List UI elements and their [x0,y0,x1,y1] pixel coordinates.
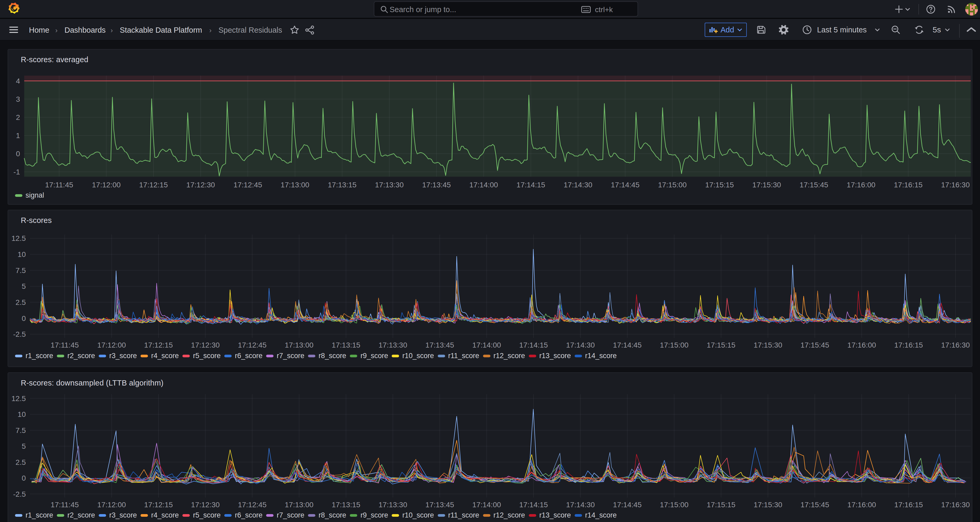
svg-text:17:13:45: 17:13:45 [422,181,451,189]
svg-text:17:16:15: 17:16:15 [894,341,923,349]
svg-text:17:13:15: 17:13:15 [332,341,360,349]
svg-text:17:15:15: 17:15:15 [707,341,735,349]
svg-text:10: 10 [18,250,26,259]
svg-text:0: 0 [22,314,26,322]
svg-text:0: 0 [22,474,26,482]
svg-text:5: 5 [22,282,26,291]
svg-text:-2.5: -2.5 [13,330,26,338]
svg-text:17:15:30: 17:15:30 [754,341,782,349]
svg-text:17:16:15: 17:16:15 [894,501,923,509]
svg-text:12.5: 12.5 [11,234,26,243]
svg-text:17:14:00: 17:14:00 [472,341,501,349]
svg-text:17:12:15: 17:12:15 [139,181,168,189]
svg-text:7.5: 7.5 [16,267,26,275]
svg-text:17:13:30: 17:13:30 [375,181,404,189]
svg-text:17:15:45: 17:15:45 [800,501,829,509]
svg-text:17:13:30: 17:13:30 [379,341,407,349]
svg-text:17:12:00: 17:12:00 [92,181,121,189]
svg-text:17:16:30: 17:16:30 [941,181,970,189]
svg-text:17:16:30: 17:16:30 [941,501,970,509]
svg-text:17:12:00: 17:12:00 [97,341,126,349]
svg-text:17:15:30: 17:15:30 [754,501,782,509]
svg-text:12.5: 12.5 [11,394,26,402]
svg-text:17:14:30: 17:14:30 [563,181,592,189]
svg-text:10: 10 [18,410,26,418]
svg-text:5: 5 [22,442,26,450]
svg-text:17:12:15: 17:12:15 [144,341,173,349]
svg-text:17:12:45: 17:12:45 [234,181,262,189]
svg-text:17:13:45: 17:13:45 [425,341,454,349]
svg-text:17:14:15: 17:14:15 [517,181,545,189]
svg-text:17:15:30: 17:15:30 [752,181,781,189]
svg-text:17:16:00: 17:16:00 [847,501,876,509]
svg-text:17:13:45: 17:13:45 [425,501,454,509]
svg-text:17:13:00: 17:13:00 [285,501,313,509]
svg-text:4: 4 [16,77,20,85]
svg-text:17:11:45: 17:11:45 [51,341,79,349]
svg-text:17:11:45: 17:11:45 [51,501,79,509]
svg-text:17:14:00: 17:14:00 [469,181,498,189]
svg-text:17:14:15: 17:14:15 [519,501,548,509]
svg-text:17:14:45: 17:14:45 [613,501,642,509]
svg-text:2.5: 2.5 [16,298,26,306]
svg-text:17:13:00: 17:13:00 [285,341,313,349]
svg-text:0: 0 [16,150,20,158]
svg-text:17:15:00: 17:15:00 [660,501,689,509]
svg-text:17:12:30: 17:12:30 [191,501,220,509]
svg-text:17:14:30: 17:14:30 [566,501,595,509]
svg-text:17:13:15: 17:13:15 [332,501,360,509]
svg-text:17:12:30: 17:12:30 [191,341,220,349]
svg-text:17:15:00: 17:15:00 [660,341,689,349]
svg-text:3: 3 [16,95,20,103]
svg-text:17:14:45: 17:14:45 [613,341,642,349]
svg-text:17:16:00: 17:16:00 [847,181,875,189]
svg-text:17:14:30: 17:14:30 [566,341,595,349]
svg-text:17:12:15: 17:12:15 [144,501,173,509]
svg-text:2.5: 2.5 [16,458,26,466]
svg-text:1: 1 [16,131,20,140]
svg-text:17:13:15: 17:13:15 [328,181,356,189]
svg-text:17:12:45: 17:12:45 [238,341,267,349]
svg-text:17:11:45: 17:11:45 [45,181,73,189]
svg-text:17:12:00: 17:12:00 [97,501,126,509]
svg-text:17:12:30: 17:12:30 [186,181,215,189]
svg-text:17:16:00: 17:16:00 [847,341,876,349]
svg-text:17:13:30: 17:13:30 [379,501,407,509]
svg-text:17:15:15: 17:15:15 [705,181,734,189]
svg-text:17:16:30: 17:16:30 [941,341,970,349]
svg-text:17:14:15: 17:14:15 [519,341,548,349]
svg-text:17:12:45: 17:12:45 [238,501,267,509]
svg-text:17:16:15: 17:16:15 [894,181,923,189]
svg-text:17:13:00: 17:13:00 [281,181,309,189]
svg-text:7.5: 7.5 [16,426,26,434]
svg-text:2: 2 [16,113,20,121]
svg-text:17:15:45: 17:15:45 [799,181,828,189]
svg-text:-1: -1 [13,168,20,176]
svg-text:17:14:45: 17:14:45 [611,181,640,189]
svg-text:17:15:00: 17:15:00 [658,181,687,189]
svg-text:17:15:45: 17:15:45 [800,341,829,349]
svg-text:17:15:15: 17:15:15 [707,501,735,509]
svg-text:-2.5: -2.5 [13,490,26,498]
svg-text:17:14:00: 17:14:00 [472,501,501,509]
